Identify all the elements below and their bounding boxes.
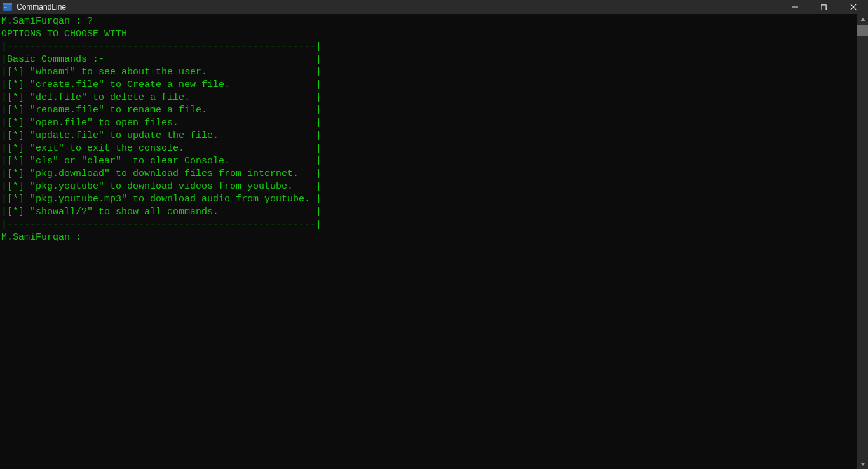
- scroll-thumb[interactable]: [857, 25, 868, 36]
- vertical-scrollbar[interactable]: [857, 14, 868, 469]
- command-line: |[*] "exit" to exit the console. |: [1, 143, 322, 154]
- section-title: |Basic Commands :- |: [1, 54, 322, 65]
- command-line: |[*] "rename.file" to rename a file. |: [1, 105, 322, 116]
- scroll-down-arrow-icon[interactable]: [857, 458, 868, 469]
- svg-rect-2: [4, 6, 8, 6]
- app-icon: [3, 2, 13, 12]
- prompt-line-2: M.SamiFurqan :: [1, 232, 87, 243]
- svg-rect-3: [4, 8, 7, 8]
- command-line: |[*] "pkg.youtube" to download videos fr…: [1, 181, 322, 192]
- command-line: |[*] "create.file" to Create a new file.…: [1, 79, 322, 90]
- prompt-user: M.SamiFurqan: [1, 16, 70, 27]
- scroll-up-arrow-icon[interactable]: [857, 14, 868, 25]
- close-button[interactable]: [839, 0, 868, 14]
- svg-rect-7: [821, 5, 826, 10]
- command-line: |[*] "pkg.download" to download files fr…: [1, 168, 322, 179]
- border-top: |---------------------------------------…: [1, 41, 322, 52]
- cursor: [87, 233, 92, 243]
- window-title: CommandLine: [17, 3, 66, 11]
- svg-marker-11: [860, 463, 865, 466]
- command-line: |[*] "pkg.youtube.mp3" to download audio…: [1, 194, 322, 205]
- scroll-track[interactable]: [857, 25, 868, 458]
- prompt-sep: :: [70, 16, 87, 27]
- minimize-button[interactable]: [780, 0, 810, 14]
- command-line: |[*] "cls" or "clear" to clear Console. …: [1, 156, 322, 167]
- border-bottom: |---------------------------------------…: [1, 219, 322, 230]
- command-line: |[*] "whoami" to see about the user. |: [1, 67, 322, 78]
- command-line: |[*] "open.file" to open files. |: [1, 118, 322, 128]
- svg-rect-1: [3, 3, 12, 5]
- prompt-line-1: M.SamiFurqan : ?: [1, 16, 93, 27]
- options-header: OPTIONS TO CHOOSE WITH: [1, 29, 127, 39]
- command-line: |[*] "showall/?" to show all commands. |: [1, 207, 322, 217]
- maximize-button[interactable]: [810, 0, 839, 14]
- client-area: M.SamiFurqan : ? OPTIONS TO CHOOSE WITH …: [0, 14, 868, 469]
- command-line: |[*] "del.file" to delete a file. |: [1, 92, 322, 103]
- entered-command: ?: [87, 16, 93, 27]
- titlebar[interactable]: CommandLine: [0, 0, 868, 14]
- terminal-output[interactable]: M.SamiFurqan : ? OPTIONS TO CHOOSE WITH …: [0, 14, 857, 469]
- window-controls: [780, 0, 868, 14]
- command-line: |[*] "update.file" to update the file. |: [1, 130, 322, 141]
- svg-marker-10: [860, 18, 865, 21]
